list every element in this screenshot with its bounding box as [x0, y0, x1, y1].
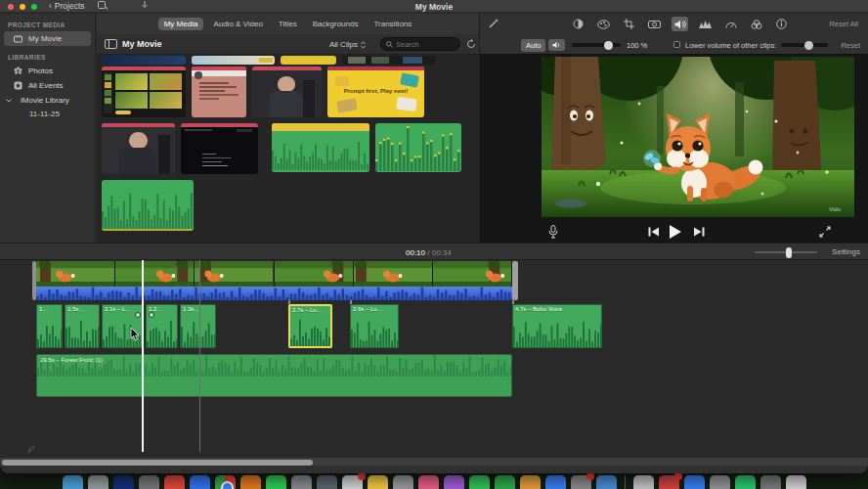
dock-icon-app-red-2[interactable] — [659, 475, 679, 489]
thumbnail-audio-3[interactable] — [102, 180, 194, 231]
play-button[interactable] — [669, 225, 682, 239]
dock-icon-app-gray-2[interactable] — [139, 475, 159, 489]
volume-slider[interactable] — [572, 43, 621, 47]
dock-icon-app-slate[interactable] — [317, 475, 337, 489]
scrollbar-thumb[interactable] — [2, 460, 313, 466]
dock-icon-app-green-1[interactable] — [266, 475, 286, 489]
enhance-wand-icon[interactable] — [488, 18, 499, 29]
thumbnail-partial-2[interactable] — [192, 56, 275, 65]
lower-volume-checkbox[interactable] — [673, 41, 680, 48]
info-icon[interactable] — [773, 17, 790, 31]
dock-icon-finder[interactable] — [63, 475, 83, 489]
dock-icon-chrome[interactable] — [215, 475, 236, 489]
thumbnail-partial-4[interactable] — [342, 56, 436, 65]
dock-icon-app-blue-3[interactable] — [596, 475, 617, 489]
crop-icon[interactable] — [621, 17, 637, 31]
dock-icon-app-blue-1[interactable] — [190, 475, 210, 489]
playhead[interactable] — [142, 260, 144, 452]
dock-icon-app-gray-5[interactable] — [710, 475, 730, 489]
dock-icon-app-orange-2[interactable] — [520, 475, 541, 489]
fullscreen-icon[interactable] — [819, 226, 831, 238]
stabilization-icon[interactable] — [646, 17, 663, 31]
thumbnail-youtube-grid[interactable] — [102, 67, 186, 117]
thumbnail-audio-yellow[interactable] — [272, 123, 369, 172]
clip-trim-handle-right[interactable] — [512, 261, 518, 300]
tab-backgrounds[interactable]: Backgrounds — [307, 18, 365, 30]
search-box[interactable] — [380, 37, 460, 51]
fade-handle[interactable] — [135, 312, 141, 318]
background-music-clip[interactable]: 29.5s – Forest Frolic (1) — [36, 354, 512, 397]
dock-icon-app-orange-1[interactable] — [240, 475, 261, 489]
auto-volume-button[interactable]: Auto — [521, 39, 545, 52]
audio-clip[interactable]: 1.2… — [146, 304, 178, 348]
dock-icon-app-gray-4[interactable] — [393, 475, 413, 489]
thumbnail-terminal[interactable] — [181, 123, 258, 174]
dock-icon-app-gray-3[interactable] — [291, 475, 312, 489]
dock-icon-app-darkblue[interactable] — [113, 475, 134, 489]
chevron-down-icon[interactable] — [6, 99, 16, 103]
tab-transitions[interactable]: Transitions — [368, 18, 417, 30]
previous-frame-button[interactable] — [648, 227, 659, 237]
audio-clip[interactable]: 1.5s… — [65, 304, 100, 348]
dock-icon-app-gray-1[interactable] — [88, 475, 108, 489]
voiceover-mic-icon[interactable] — [548, 225, 558, 239]
audio-clip[interactable]: 2.1s – L… — [102, 304, 144, 348]
next-frame-button[interactable] — [694, 227, 705, 237]
viewer-video[interactable]: Vidu — [542, 57, 854, 217]
sidebar-item-all-events[interactable]: All Events — [0, 78, 95, 93]
refresh-icon[interactable] — [466, 39, 476, 49]
thumbnail-document[interactable] — [192, 67, 246, 117]
dock[interactable] — [0, 475, 868, 489]
reset-all-button[interactable]: Reset All — [829, 20, 858, 28]
dock-icon-app-green-4[interactable] — [735, 475, 756, 489]
dock-icon-app-gray-6[interactable] — [760, 475, 781, 489]
audio-clip[interactable]: 1… — [36, 304, 63, 348]
volume-icon[interactable] — [672, 17, 688, 31]
color-balance-icon[interactable] — [570, 17, 586, 31]
audio-clip[interactable]: 4.7s – Bobo Voice — [512, 304, 602, 348]
filters-icon[interactable] — [748, 17, 764, 31]
dock-icon-app-green-2[interactable] — [469, 475, 490, 489]
thumbnail-promo-slide[interactable]: Prompt first, Play next! — [327, 67, 424, 117]
audio-clip[interactable]: 1.3s… — [180, 304, 216, 348]
timeline-settings-button[interactable]: Settings — [832, 247, 860, 256]
speed-icon[interactable] — [722, 17, 739, 31]
dock-icon-trash[interactable] — [786, 475, 806, 489]
search-input[interactable] — [396, 40, 455, 49]
dock-icon-app-pink[interactable] — [418, 475, 439, 489]
timeline-zoom-slider[interactable] — [755, 251, 817, 253]
thumbnail-partial-1[interactable] — [102, 56, 186, 65]
volume-reset-button[interactable]: Reset — [841, 41, 860, 50]
thumbnail-webcam-1[interactable] — [252, 67, 322, 117]
dock-icon-app-red[interactable] — [164, 475, 185, 489]
tab-audio-video[interactable]: Audio & Video — [207, 18, 269, 30]
mute-button[interactable] — [548, 39, 565, 51]
dock-icon-app-blue-4[interactable] — [684, 475, 705, 489]
dock-icon-app-green-3[interactable] — [495, 475, 515, 489]
audio-clip[interactable]: 2.6s – Lu… — [350, 304, 399, 348]
sidebar-toggle-icon[interactable] — [105, 39, 117, 49]
horizontal-scrollbar[interactable] — [0, 457, 868, 466]
clip-filter-dropdown[interactable]: All Clips — [329, 40, 366, 49]
dock-icon-app-red-badge[interactable] — [342, 475, 363, 489]
dock-icon-app-blue-2[interactable] — [545, 475, 566, 489]
thumbnail-partial-3[interactable] — [281, 56, 336, 65]
fade-handle[interactable] — [149, 312, 154, 318]
audio-clip[interactable]: 2.7s – Lu… — [288, 304, 332, 348]
noise-eq-icon[interactable] — [697, 17, 714, 31]
thumbnail-webcam-2[interactable] — [102, 123, 175, 174]
sidebar-item-imovie-library[interactable]: iMovie Library — [0, 93, 95, 108]
dock-icon-app-light[interactable] — [633, 475, 654, 489]
video-clip-filmstrip[interactable] — [36, 261, 512, 300]
sidebar-item-library-date[interactable]: 11-11-25 — [0, 108, 95, 120]
tab-titles[interactable]: Titles — [273, 18, 303, 30]
tab-my-media[interactable]: My Media — [158, 18, 204, 30]
dock-icon-app-purple[interactable] — [444, 475, 464, 489]
dock-icon-app-yellow[interactable] — [368, 475, 388, 489]
thumbnail-audio-spikes[interactable] — [375, 123, 461, 172]
sidebar-item-photos[interactable]: Photos — [0, 64, 95, 78]
ducking-slider[interactable] — [781, 43, 828, 47]
sidebar-item-my-movie[interactable]: My Movie — [4, 31, 91, 46]
color-correction-icon[interactable] — [595, 17, 612, 31]
dock-icon-app-gray-badge[interactable] — [571, 475, 591, 489]
